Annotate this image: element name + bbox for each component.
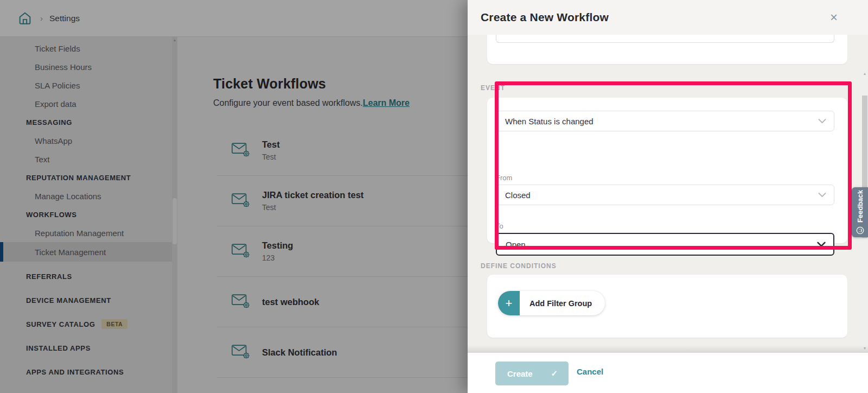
to-select[interactable]: Open	[496, 233, 834, 256]
event-section-label: EVENT	[481, 84, 505, 92]
from-select[interactable]: Closed	[496, 185, 834, 205]
app-window: › Settings Ticket FieldsBusiness HoursSL…	[0, 0, 868, 393]
to-value: Open	[506, 240, 526, 249]
drawer-scroll-up-icon[interactable]: ▲	[862, 72, 867, 75]
create-workflow-drawer: EVENT When Status is changed From Closed…	[468, 0, 868, 393]
feedback-tab[interactable]: Feedback	[852, 187, 868, 237]
cancel-button[interactable]: Cancel	[577, 367, 603, 376]
chevron-down-icon	[817, 242, 826, 247]
create-button[interactable]: Create ✓	[495, 362, 569, 385]
drawer-body: EVENT When Status is changed From Closed…	[468, 35, 868, 353]
to-label: To	[496, 222, 503, 230]
plus-icon: +	[498, 291, 520, 315]
event-type-select[interactable]: When Status is changed	[496, 111, 834, 131]
modal-dim-overlay[interactable]	[0, 0, 468, 393]
create-button-label: Create	[507, 369, 533, 378]
drawer-footer: Create ✓ Cancel	[468, 353, 868, 393]
event-type-value: When Status is changed	[505, 117, 593, 126]
drawer-title: Create a New Workflow	[481, 11, 609, 24]
chevron-down-icon	[818, 119, 826, 124]
conditions-card: + Add Filter Group	[487, 275, 847, 338]
close-icon[interactable]: ×	[830, 12, 838, 23]
footer-shadow	[468, 345, 868, 353]
feedback-tab-label: Feedback	[856, 190, 864, 223]
from-label: From	[496, 174, 512, 182]
conditions-section-label: DEFINE CONDITIONS	[481, 262, 557, 270]
check-icon: ✓	[551, 369, 558, 378]
event-card: When Status is changed From Closed To Op…	[487, 98, 847, 243]
chevron-down-icon	[818, 193, 826, 198]
drawer-header: Create a New Workflow ×	[468, 0, 868, 35]
add-filter-group-button[interactable]: + Add Filter Group	[498, 291, 605, 315]
feedback-tab-inner: Feedback	[852, 187, 868, 237]
workflow-name-input[interactable]	[496, 35, 834, 43]
smiley-icon	[856, 226, 864, 234]
add-filter-group-label: Add Filter Group	[520, 291, 605, 315]
from-value: Closed	[505, 191, 531, 200]
name-card-partial	[487, 35, 847, 64]
